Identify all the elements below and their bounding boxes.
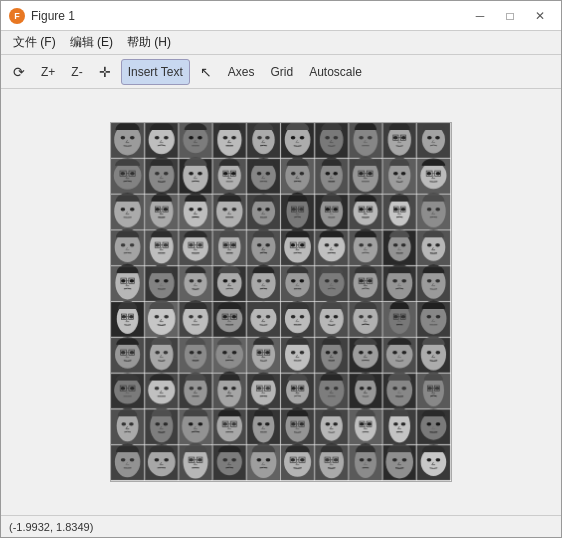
zoom-out-btn[interactable]: Z-	[65, 59, 88, 85]
faces-canvas[interactable]	[111, 123, 451, 481]
insert-text-btn[interactable]: Insert Text	[121, 59, 190, 85]
grid-btn[interactable]: Grid	[265, 59, 300, 85]
menu-edit[interactable]: 编辑 (E)	[64, 32, 119, 53]
window-title: Figure 1	[31, 9, 75, 23]
minimize-button[interactable]: ─	[467, 6, 493, 26]
title-bar-left: F Figure 1	[9, 8, 75, 24]
status-bar: (-1.9932, 1.8349)	[1, 515, 561, 537]
main-content	[1, 89, 561, 515]
home-btn[interactable]: ⟳	[7, 59, 31, 85]
plot-area	[110, 122, 452, 482]
toolbar: ⟳ Z+ Z- ✛ Insert Text ↖ Axes Grid Autosc…	[1, 55, 561, 89]
axes-btn[interactable]: Axes	[222, 59, 261, 85]
coordinates-display: (-1.9932, 1.8349)	[9, 521, 93, 533]
menu-help[interactable]: 帮助 (H)	[121, 32, 177, 53]
menu-file[interactable]: 文件 (F)	[7, 32, 62, 53]
main-window: F Figure 1 ─ □ ✕ 文件 (F) 编辑 (E) 帮助 (H) ⟳ …	[0, 0, 562, 538]
title-bar: F Figure 1 ─ □ ✕	[1, 1, 561, 31]
title-controls: ─ □ ✕	[467, 6, 553, 26]
zoom-in-btn[interactable]: Z+	[35, 59, 61, 85]
autoscale-btn[interactable]: Autoscale	[303, 59, 368, 85]
menu-bar: 文件 (F) 编辑 (E) 帮助 (H)	[1, 31, 561, 55]
close-button[interactable]: ✕	[527, 6, 553, 26]
pan-btn[interactable]: ✛	[93, 59, 117, 85]
window-icon: F	[9, 8, 25, 24]
select-btn[interactable]: ↖	[194, 59, 218, 85]
maximize-button[interactable]: □	[497, 6, 523, 26]
